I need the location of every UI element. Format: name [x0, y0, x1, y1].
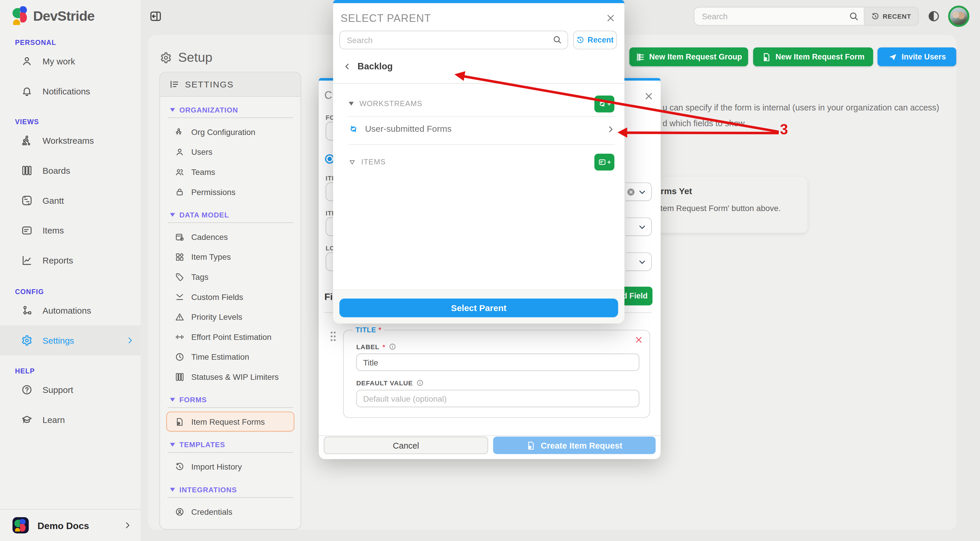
sidebar-item-items[interactable]: Items: [0, 216, 141, 246]
add-workstream-button[interactable]: +: [594, 95, 614, 113]
modal-footer: Select Parent: [333, 289, 624, 324]
sidebar: DevStride PERSONAL My work Notifications…: [0, 0, 141, 541]
workstreams-section-header[interactable]: WORKSTREAMS: [349, 99, 423, 108]
divider: [348, 116, 615, 117]
items-section-header[interactable]: ITEMS: [349, 157, 386, 166]
sidebar-item-boards[interactable]: Boards: [0, 155, 141, 186]
lock-icon: [175, 187, 185, 197]
cancel-button[interactable]: Cancel: [324, 437, 488, 454]
add-item-button[interactable]: +: [594, 154, 614, 171]
select-with-clear[interactable]: [625, 182, 652, 201]
nav-item-import-history[interactable]: Import History: [160, 457, 301, 477]
divider: [167, 117, 293, 118]
nav-item-time-estimation[interactable]: Time Estimation: [160, 347, 301, 367]
nav-item-statuses-wip[interactable]: Statuses & WIP Limiters: [160, 367, 301, 387]
invite-users-button[interactable]: Invite Users: [878, 48, 956, 66]
settings-panel-title: SETTINGS: [185, 79, 234, 89]
shapes-grid-icon: [175, 252, 185, 262]
user-avatar[interactable]: [948, 6, 969, 27]
nav-item-permissions[interactable]: Permissions: [160, 182, 301, 202]
nav-item-item-types[interactable]: Item Types: [160, 247, 301, 267]
new-item-request-group-button[interactable]: New Item Request Group: [629, 48, 748, 66]
collapse-sidebar-icon[interactable]: [149, 10, 162, 22]
sidebar-item-my-work[interactable]: My work: [0, 46, 141, 76]
sidebar-section-help: HELP: [15, 367, 141, 375]
history-clock-icon: [175, 462, 185, 471]
sidebar-item-label: Workstreams: [43, 136, 94, 146]
workstream-row-user-submitted-forms[interactable]: User-submitted Forms: [349, 124, 452, 133]
select-dropdown[interactable]: [625, 252, 652, 271]
page-title: Setup: [178, 50, 213, 65]
history-clock-icon: [576, 36, 584, 44]
workstream-swirl-icon: [349, 124, 358, 133]
chevron-right-icon[interactable]: [606, 125, 615, 134]
nav-item-effort-point-estimation[interactable]: Effort Point Estimation: [160, 327, 301, 347]
sidebar-item-automations[interactable]: Automations: [0, 295, 141, 325]
nav-group-data-model[interactable]: DATA MODEL: [170, 211, 293, 219]
nav-item-credentials[interactable]: Credentials: [160, 501, 301, 522]
sidebar-item-label: My work: [43, 56, 75, 66]
form-info-text-line1: u can specify if the form is internal (u…: [662, 103, 950, 113]
sidebar-item-settings[interactable]: Settings: [0, 325, 141, 355]
search-icon: [849, 11, 859, 21]
recent-button[interactable]: RECENT: [864, 8, 918, 25]
sidebar-item-label: Reports: [43, 255, 73, 265]
sidebar-item-label: Notifications: [43, 86, 90, 96]
sidebar-item-notifications[interactable]: Notifications: [0, 76, 141, 106]
warning-triangle-icon: [175, 312, 185, 321]
chevron-left-icon: [343, 62, 351, 70]
nav-group-integrations[interactable]: INTEGRATIONS: [170, 486, 293, 493]
sidebar-item-label: Automations: [43, 306, 91, 316]
select-parent-title: SELECT PARENT: [340, 13, 431, 25]
nav-item-item-request-forms[interactable]: Item Request Forms: [166, 412, 294, 432]
recent-button[interactable]: Recent: [573, 31, 617, 49]
sidebar-item-gantt[interactable]: Gantt: [0, 186, 141, 216]
graduation-cap-icon: [21, 414, 33, 425]
label-input[interactable]: [356, 354, 640, 371]
items-card-icon: [21, 225, 33, 236]
sidebar-item-support[interactable]: Support: [0, 375, 141, 405]
sidebar-item-reports[interactable]: Reports: [0, 246, 141, 276]
sidebar-section-config: CONFIG: [15, 288, 141, 295]
sidebar-item-label: Items: [43, 225, 64, 235]
close-icon[interactable]: [644, 91, 654, 101]
nav-item-teams[interactable]: Teams: [160, 162, 301, 182]
brand-name: DevStride: [33, 8, 94, 24]
nav-group-forms[interactable]: FORMS: [170, 396, 293, 404]
nav-item-tags[interactable]: Tags: [160, 267, 301, 287]
nav-item-org-configuration[interactable]: Org Configuration: [160, 122, 301, 142]
caret-down-icon: [170, 108, 175, 112]
group-list-icon: [636, 52, 645, 62]
org-chart-icon: [175, 127, 185, 136]
nav-group-templates[interactable]: TEMPLATES: [170, 441, 293, 449]
user-icon: [175, 147, 185, 157]
modal-accent-bar: [333, 0, 624, 3]
sidebar-item-label: Settings: [43, 335, 74, 346]
org-switcher-demo-docs[interactable]: Demo Docs: [0, 509, 141, 541]
clear-x-circle-icon[interactable]: [626, 187, 636, 197]
default-value-input[interactable]: [356, 390, 640, 407]
nav-item-custom-fields[interactable]: Custom Fields: [160, 287, 301, 307]
select-parent-button[interactable]: Select Parent: [339, 298, 618, 317]
select-dropdown[interactable]: [625, 217, 652, 236]
chevron-down-icon: [638, 258, 646, 266]
send-plane-icon: [888, 52, 897, 62]
remove-field-x-icon[interactable]: [635, 335, 643, 344]
drag-handle-icon[interactable]: [331, 332, 332, 333]
nav-item-users[interactable]: Users: [160, 142, 301, 162]
sidebar-item-learn[interactable]: Learn: [0, 405, 141, 435]
global-search-input[interactable]: [694, 8, 849, 25]
theme-toggle-icon[interactable]: [928, 10, 940, 22]
sidebar-item-label: Support: [43, 385, 73, 395]
create-item-request-button[interactable]: Create Item Request: [493, 437, 655, 454]
devstride-logo[interactable]: DevStride: [13, 6, 94, 25]
info-icon: [388, 343, 396, 351]
nav-group-organization[interactable]: ORGANIZATION: [170, 106, 293, 114]
nav-item-priority-levels[interactable]: Priority Levels: [160, 307, 301, 327]
close-icon[interactable]: [606, 13, 616, 23]
nav-item-cadences[interactable]: Cadences: [160, 227, 301, 247]
sidebar-item-workstreams[interactable]: Workstreams: [0, 125, 141, 155]
new-item-request-form-button[interactable]: New Item Request Form: [753, 48, 873, 66]
parent-search-input[interactable]: [340, 31, 553, 49]
breadcrumb-back[interactable]: Backlog: [343, 61, 393, 71]
